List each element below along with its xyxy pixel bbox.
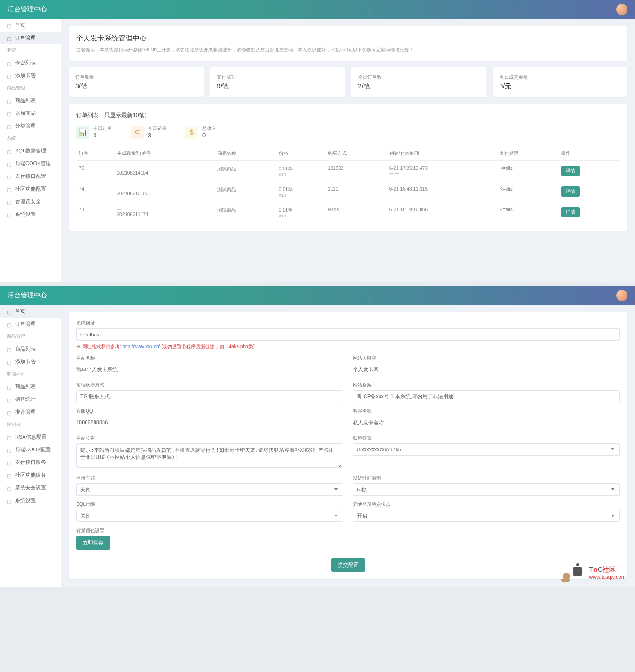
chart-icon: 📊 xyxy=(76,126,89,139)
tag-icon: 🏷 xyxy=(131,126,144,139)
mini-stat: $总收入0 xyxy=(185,125,216,139)
field-label: 网站公告 xyxy=(76,435,343,441)
field-label: 网站备案 xyxy=(353,382,620,388)
sidebar-item[interactable]: ▢推荐管理 xyxy=(0,406,61,418)
keywords-value: 个人发卡网 xyxy=(353,363,620,376)
field-label: 背景颜色设置 xyxy=(76,528,620,534)
main-content: 个人发卡系统管理中心 温馨提示：本系统原代码开源在GitHub上开源，请勿用此系… xyxy=(61,19,635,282)
orders-table: 订单 生成数量/订单号 商品名称 价格 购买方式 创建/付款时间 支付类型 操作… xyxy=(76,146,620,223)
detail-button[interactable]: 详情 xyxy=(561,166,580,176)
stat-card: 订单数量3/笔 xyxy=(69,67,204,97)
field-label: 前端联系方式 xyxy=(76,382,343,388)
header: 后台管理中心 xyxy=(0,286,635,305)
field-label: 网站关键字 xyxy=(353,355,620,361)
field-label: 网站名称 xyxy=(76,355,343,361)
sidebar-item[interactable]: ▢销售统计 xyxy=(0,393,61,406)
field-label: 钱包设置 xyxy=(353,435,620,441)
header: 后台管理中心 xyxy=(0,0,635,19)
avatar[interactable] xyxy=(616,4,627,15)
qq-value: 18866888886 xyxy=(76,416,343,428)
beian-input[interactable] xyxy=(353,390,620,402)
field-label: 登录方式 xyxy=(76,475,343,481)
sidebar-item-category[interactable]: ▢分类管理 xyxy=(0,120,61,132)
sidebar-item-home[interactable]: ▢首页 xyxy=(0,305,61,318)
sidebar-item-addcard[interactable]: ▢添加卡密 xyxy=(0,69,61,82)
mini-stat: 🏷今日销量3 xyxy=(131,125,167,139)
sidebar: ▢首页 ▢订单管理 卡密 ▢卡密列表 ▢添加卡密 商品管理 ▢商品列表 ▢添加商… xyxy=(0,19,61,282)
money-icon: $ xyxy=(185,126,198,139)
kefu-value: 私人发卡名称 xyxy=(353,416,620,429)
sidebar-section: 系统 xyxy=(0,132,61,144)
announce-textarea[interactable]: 提示:本站所有项目都是虚拟物品发货的,不设置退款等行为!如部分卡密失效,请尽快联… xyxy=(76,443,343,468)
verify-select[interactable]: 6 秒 xyxy=(353,483,620,496)
contact-input[interactable] xyxy=(76,390,343,402)
table-row: 75 —202106214104 测试商品 0.01单¥10 131503 6-… xyxy=(76,161,620,182)
sidebar-item[interactable]: ▢商品列表 xyxy=(0,380,61,393)
detail-button[interactable]: 详情 xyxy=(561,207,580,217)
field-label: SQL时限 xyxy=(76,501,343,508)
sidebar-item[interactable]: ▢支付接口服务 xyxy=(0,456,61,469)
sidebar-item-home[interactable]: ▢首页 xyxy=(0,19,61,32)
main-content: 系统网址 ※ 网址格式标准参考: http://www.xxx.cn/ (切勿设… xyxy=(61,305,635,587)
lock-select[interactable]: 开启 xyxy=(353,510,620,522)
sidebar: ▢首页 ▢订单管理 商品管理 ▢商品列表 ▢添加卡密 电商社区 ▢商品列表 ▢销… xyxy=(0,305,61,587)
sidebar-section: 卡密 xyxy=(0,44,61,56)
sidebar-item-products[interactable]: ▢商品列表 xyxy=(0,94,61,107)
field-label: 发货时间限制 xyxy=(353,475,620,481)
header-title: 后台管理中心 xyxy=(8,5,47,14)
welcome-sub: 温馨提示：本系统原代码开源在GitHub上开源，请勿用此系统开展非法业务，请修改… xyxy=(76,47,620,53)
sidebar-item-orders[interactable]: ▢订单管理 xyxy=(0,318,61,330)
sidebar-item-cookie[interactable]: ▢前端COOK管理 xyxy=(0,157,61,170)
field-label: 系统网址 xyxy=(76,320,620,327)
sidebar-item[interactable]: ▢添加卡密 xyxy=(0,355,61,368)
header-title: 后台管理中心 xyxy=(8,291,47,300)
sidebar-item[interactable]: ▢系统设置 xyxy=(0,494,61,507)
sidebar-item[interactable]: ▢RSA信息配置 xyxy=(0,431,61,443)
sidebar-item-orders[interactable]: ▢订单管理 xyxy=(0,32,61,44)
orders-card: 订单列表（只显示最新10笔） 📊今日订单3 🏷今日销量3 $总收入0 订单 生成… xyxy=(69,104,627,231)
url-hint: ※ 网址格式标准参考: http://www.xxx.cn/ (切勿设置带程序后… xyxy=(76,344,620,350)
field-label: 客服名称 xyxy=(353,408,620,415)
site-name-value: 简单个人发卡系统 xyxy=(76,363,343,376)
stat-card: 今日成交金额0/元 xyxy=(493,67,628,97)
orders-title: 订单列表（只显示最新10笔） xyxy=(76,112,620,120)
save-button[interactable]: 立即保存 xyxy=(76,536,110,550)
table-row: 74 —202106210100 测试商品 0.01单¥10 1111 6-21… xyxy=(76,182,620,202)
sidebar-item-sql[interactable]: ▢SQL数据管理 xyxy=(0,144,61,157)
sidebar-item-payment[interactable]: ▢支付接口配置 xyxy=(0,170,61,183)
sidebar-section: 控制台 xyxy=(0,418,61,431)
sidebar-item[interactable]: ▢系统安全设置 xyxy=(0,481,61,494)
sidebar-section: 商品管理 xyxy=(0,330,61,343)
sms-select[interactable]: 关闭 xyxy=(76,510,343,522)
sidebar-item-adminsec[interactable]: ▢管理员安全 xyxy=(0,195,61,208)
stats-row: 订单数量3/笔 支付成功0/笔 今日订单数2/笔 今日成交金额0/元 xyxy=(69,67,627,97)
sidebar-section: 电商社区 xyxy=(0,368,61,380)
sidebar-item[interactable]: ▢社区功能服务 xyxy=(0,469,61,481)
welcome-title: 个人发卡系统管理中心 xyxy=(76,34,620,43)
sidebar-item[interactable]: ▢商品列表 xyxy=(0,343,61,355)
site-url-input[interactable] xyxy=(76,328,620,341)
stat-card: 今日订单数2/笔 xyxy=(351,67,486,97)
settings-form: 系统网址 ※ 网址格式标准参考: http://www.xxx.cn/ (切勿设… xyxy=(69,312,627,579)
sidebar-item-addproduct[interactable]: ▢添加商品 xyxy=(0,107,61,120)
sidebar-item-community[interactable]: ▢社区功能配置 xyxy=(0,183,61,195)
sidebar-section: 商品管理 xyxy=(0,82,61,94)
table-row: 73 —202106211174 测试商品 0.01单¥10 Neos 6-21… xyxy=(76,202,620,223)
sidebar-item-cardlist[interactable]: ▢卡密列表 xyxy=(0,56,61,69)
sidebar-item-settings[interactable]: ▢系统设置 xyxy=(0,208,61,221)
wallet-select[interactable]: 0.xxxxxxxxxxx1705 xyxy=(353,443,620,456)
welcome-card: 个人发卡系统管理中心 温馨提示：本系统原代码开源在GitHub上开源，请勿用此系… xyxy=(69,26,627,61)
detail-button[interactable]: 详情 xyxy=(561,186,580,197)
avatar[interactable] xyxy=(616,290,627,301)
login-select[interactable]: 关闭 xyxy=(76,483,343,496)
stat-card: 支付成功0/笔 xyxy=(210,67,345,97)
field-label: 客服QQ xyxy=(76,408,343,415)
field-label: 异地登录锁定状态 xyxy=(353,501,620,508)
submit-button[interactable]: 提交配置 xyxy=(331,558,365,572)
sidebar-item[interactable]: ▢前端COOK配置 xyxy=(0,443,61,456)
mini-stat: 📊今日订单3 xyxy=(76,125,112,139)
